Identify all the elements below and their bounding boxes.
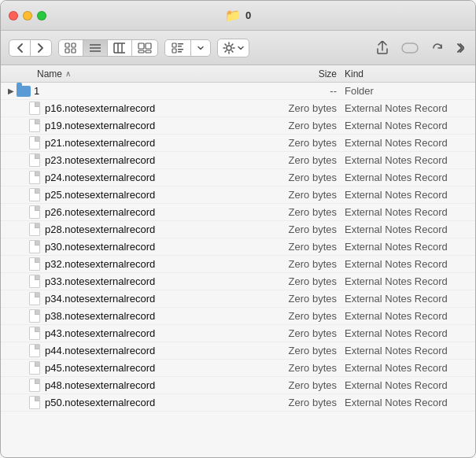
list-item[interactable]: p38.notesexternalrecord Zero bytes Exter… xyxy=(1,308,475,325)
svg-rect-15 xyxy=(146,50,151,53)
file-name: p16.notesexternalrecord xyxy=(45,102,266,114)
file-icon xyxy=(28,119,42,133)
svg-rect-2 xyxy=(65,49,69,53)
file-name: p19.notesexternalrecord xyxy=(45,120,266,131)
svg-rect-12 xyxy=(138,43,144,49)
file-name: p33.notesexternalrecord xyxy=(45,275,266,287)
file-kind: External Notes Record xyxy=(345,206,470,218)
svg-rect-1 xyxy=(72,43,76,47)
share-button[interactable] xyxy=(373,38,392,58)
file-size: Zero bytes xyxy=(266,120,345,131)
file-size: Zero bytes xyxy=(266,397,345,408)
list-item[interactable]: p21.notesexternalrecord Zero bytes Exter… xyxy=(1,135,475,152)
file-icon xyxy=(28,344,42,358)
list-item[interactable]: p28.notesexternalrecord Zero bytes Exter… xyxy=(1,221,475,238)
file-kind: External Notes Record xyxy=(345,137,470,149)
column-view-button[interactable] xyxy=(108,40,132,56)
file-name: p24.notesexternalrecord xyxy=(45,172,266,183)
forward-button[interactable] xyxy=(31,40,51,56)
file-name: p50.notesexternalrecord xyxy=(45,397,266,408)
name-column-header[interactable]: Name ∧ xyxy=(6,68,266,79)
file-name: p45.notesexternalrecord xyxy=(45,362,266,374)
group-dropdown-button[interactable] xyxy=(191,42,210,54)
list-item[interactable]: p19.notesexternalrecord Zero bytes Exter… xyxy=(1,117,475,135)
group-button[interactable] xyxy=(165,40,191,56)
refresh-button[interactable] xyxy=(428,39,447,57)
close-button[interactable] xyxy=(9,11,18,20)
file-rows-container: p16.notesexternalrecord Zero bytes Exter… xyxy=(1,100,475,412)
nav-more-button[interactable] xyxy=(453,39,467,57)
list-item[interactable]: p44.notesexternalrecord Zero bytes Exter… xyxy=(1,342,475,360)
file-size: Zero bytes xyxy=(266,327,345,339)
file-list-container: Name ∧ Size Kind ▶ 1 -- Folder xyxy=(1,65,475,458)
file-kind: External Notes Record xyxy=(345,258,470,270)
file-kind: External Notes Record xyxy=(345,241,470,253)
list-item[interactable]: p48.notesexternalrecord Zero bytes Exter… xyxy=(1,377,475,394)
file-kind: External Notes Record xyxy=(345,275,470,287)
file-icon xyxy=(28,153,42,168)
list-item[interactable]: p30.notesexternalrecord Zero bytes Exter… xyxy=(1,238,475,256)
file-icon xyxy=(28,396,42,410)
back-button[interactable] xyxy=(9,40,31,56)
minimize-button[interactable] xyxy=(23,11,32,20)
size-column-header[interactable]: Size xyxy=(266,68,345,79)
file-icon xyxy=(28,102,42,116)
svg-rect-17 xyxy=(178,43,183,45)
file-size: Zero bytes xyxy=(266,379,345,391)
maximize-button[interactable] xyxy=(37,11,46,20)
file-size: Zero bytes xyxy=(266,154,345,166)
file-size: Zero bytes xyxy=(266,241,345,253)
file-kind: External Notes Record xyxy=(345,310,470,322)
file-name: p38.notesexternalrecord xyxy=(45,310,266,322)
list-item[interactable]: p24.notesexternalrecord Zero bytes Exter… xyxy=(1,169,475,187)
file-size: Zero bytes xyxy=(266,293,345,305)
list-item[interactable]: p43.notesexternalrecord Zero bytes Exter… xyxy=(1,325,475,342)
file-icon xyxy=(28,188,42,202)
column-headers: Name ∧ Size Kind xyxy=(1,65,475,83)
gallery-view-button[interactable] xyxy=(132,40,157,56)
svg-rect-20 xyxy=(178,49,183,50)
file-kind: External Notes Record xyxy=(345,223,470,235)
window-title-area: 📁 0 xyxy=(225,8,251,23)
file-size: Zero bytes xyxy=(266,189,345,201)
file-name: p34.notesexternalrecord xyxy=(45,293,266,305)
list-item[interactable]: p16.notesexternalrecord Zero bytes Exter… xyxy=(1,100,475,117)
file-name: p26.notesexternalrecord xyxy=(45,206,266,218)
expand-arrow[interactable]: ▶ xyxy=(6,87,17,95)
file-icon xyxy=(28,292,42,306)
folder-icon: 📁 xyxy=(225,8,241,23)
file-name: p30.notesexternalrecord xyxy=(45,241,266,253)
svg-rect-14 xyxy=(138,50,144,53)
list-item[interactable]: p26.notesexternalrecord Zero bytes Exter… xyxy=(1,204,475,221)
list-item[interactable]: p33.notesexternalrecord Zero bytes Exter… xyxy=(1,273,475,290)
list-item[interactable]: p25.notesexternalrecord Zero bytes Exter… xyxy=(1,187,475,204)
file-size: Zero bytes xyxy=(266,223,345,235)
list-view-button[interactable] xyxy=(83,40,108,56)
file-kind: External Notes Record xyxy=(345,379,470,391)
svg-rect-23 xyxy=(402,43,418,53)
svg-rect-13 xyxy=(146,43,151,49)
kind-column-header[interactable]: Kind xyxy=(345,68,470,79)
titlebar: 📁 0 xyxy=(1,1,475,31)
list-item[interactable]: p45.notesexternalrecord Zero bytes Exter… xyxy=(1,360,475,377)
file-size: Zero bytes xyxy=(266,258,345,270)
sort-arrow: ∧ xyxy=(65,69,71,78)
file-icon xyxy=(28,136,42,150)
folder-name: 1 xyxy=(34,85,266,97)
list-item[interactable]: p32.notesexternalrecord Zero bytes Exter… xyxy=(1,256,475,273)
file-name: p23.notesexternalrecord xyxy=(45,154,266,166)
svg-point-22 xyxy=(227,46,231,50)
folder-row[interactable]: ▶ 1 -- Folder xyxy=(1,83,475,100)
file-size: Zero bytes xyxy=(266,137,345,149)
list-item[interactable]: p34.notesexternalrecord Zero bytes Exter… xyxy=(1,290,475,308)
icon-view-button[interactable] xyxy=(59,40,83,56)
tag-button[interactable] xyxy=(398,39,422,57)
file-icon xyxy=(28,240,42,254)
list-item[interactable]: p50.notesexternalrecord Zero bytes Exter… xyxy=(1,394,475,412)
file-list[interactable]: Name ∧ Size Kind ▶ 1 -- Folder xyxy=(1,65,475,458)
list-item[interactable]: p23.notesexternalrecord Zero bytes Exter… xyxy=(1,152,475,169)
gear-dropdown[interactable] xyxy=(217,39,249,57)
file-kind: External Notes Record xyxy=(345,120,470,131)
window-title: 0 xyxy=(245,9,251,21)
file-name: p28.notesexternalrecord xyxy=(45,223,266,235)
